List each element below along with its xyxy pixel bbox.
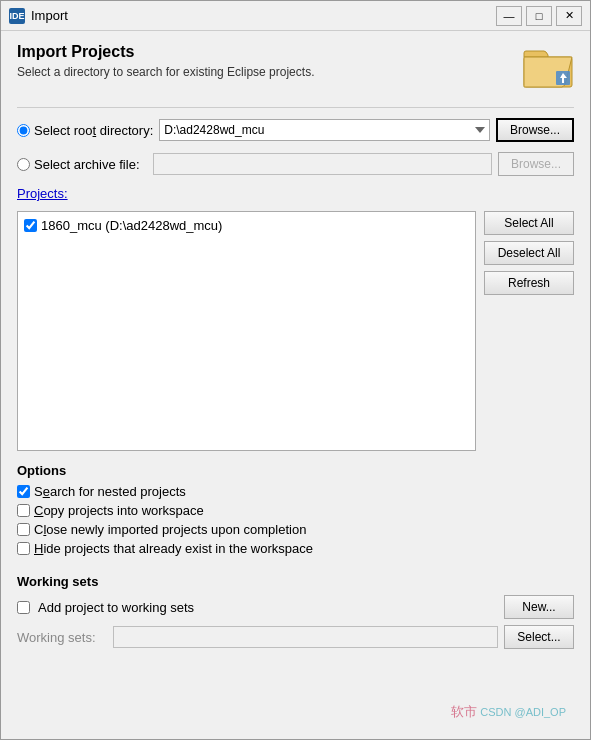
select-all-button[interactable]: Select All — [484, 211, 574, 235]
working-sets-label: Working sets: — [17, 630, 107, 645]
working-sets-label-row: Working sets: Select... — [17, 625, 574, 649]
refresh-button[interactable]: Refresh — [484, 271, 574, 295]
content-area: Import Projects Select a directory to se… — [1, 31, 590, 739]
option-nested-projects: Search for nested projects — [17, 484, 574, 499]
archive-browse-button[interactable]: Browse... — [498, 152, 574, 176]
close-projects-checkbox[interactable] — [17, 523, 30, 536]
header-section: Import Projects Select a directory to se… — [17, 43, 574, 91]
option-hide-projects: Hide projects that already exist in the … — [17, 541, 574, 556]
header-left: Import Projects Select a directory to se… — [17, 43, 314, 79]
import-window: IDE Import — □ ✕ Import Projects Select … — [0, 0, 591, 740]
option-copy-projects: Copy projects into workspace — [17, 503, 574, 518]
projects-section-label: Projects: — [17, 186, 574, 201]
working-sets-section: Working sets Add project to working sets… — [17, 574, 574, 649]
working-sets-dropdown[interactable] — [113, 626, 498, 648]
window-title: Import — [31, 8, 496, 23]
title-bar: IDE Import — □ ✕ — [1, 1, 590, 31]
options-section: Options Search for nested projects Copy … — [17, 463, 574, 560]
footer: 软市 CSDN @ADI_OP — [17, 701, 574, 727]
watermark-text: 软市 CSDN @ADI_OP — [17, 701, 574, 723]
projects-area: 1860_mcu (D:\ad2428wd_mcu) Select All De… — [17, 211, 574, 451]
add-to-working-sets-row: Add project to working sets New... — [17, 595, 574, 619]
page-subtitle: Select a directory to search for existin… — [17, 65, 314, 79]
projects-list: 1860_mcu (D:\ad2428wd_mcu) — [17, 211, 476, 451]
add-to-working-sets-label: Add project to working sets — [38, 600, 194, 615]
root-dir-radio[interactable] — [17, 124, 30, 137]
project-checkbox[interactable] — [24, 219, 37, 232]
deselect-all-button[interactable]: Deselect All — [484, 241, 574, 265]
archive-file-dropdown[interactable] — [153, 153, 492, 175]
root-dir-dropdown[interactable]: D:\ad2428wd_mcu — [159, 119, 490, 141]
minimize-button[interactable]: — — [496, 6, 522, 26]
folder-icon — [522, 43, 574, 91]
working-sets-title: Working sets — [17, 574, 574, 589]
add-to-working-sets-checkbox[interactable] — [17, 601, 30, 614]
nested-projects-checkbox[interactable] — [17, 485, 30, 498]
projects-buttons: Select All Deselect All Refresh — [484, 211, 574, 451]
root-dir-label: Select root directory: — [34, 123, 153, 138]
ide-icon: IDE — [9, 8, 25, 24]
new-working-set-button[interactable]: New... — [504, 595, 574, 619]
archive-file-label: Select archive file: — [34, 157, 140, 172]
maximize-button[interactable]: □ — [526, 6, 552, 26]
copy-projects-label: Copy projects into workspace — [34, 503, 204, 518]
hide-projects-label: Hide projects that already exist in the … — [34, 541, 313, 556]
svg-rect-3 — [562, 78, 564, 83]
archive-file-radio[interactable] — [17, 158, 30, 171]
project-name: 1860_mcu (D:\ad2428wd_mcu) — [41, 218, 222, 233]
root-dir-radio-label[interactable]: Select root directory: — [17, 123, 153, 138]
option-close-projects: Close newly imported projects upon compl… — [17, 522, 574, 537]
root-dir-browse-button[interactable]: Browse... — [496, 118, 574, 142]
project-item: 1860_mcu (D:\ad2428wd_mcu) — [22, 216, 471, 235]
options-title: Options — [17, 463, 574, 478]
root-dir-row: Select root directory: D:\ad2428wd_mcu B… — [17, 118, 574, 142]
close-projects-label: Close newly imported projects upon compl… — [34, 522, 306, 537]
archive-file-radio-label[interactable]: Select archive file: — [17, 157, 147, 172]
close-button[interactable]: ✕ — [556, 6, 582, 26]
archive-file-row: Select archive file: Browse... — [17, 152, 574, 176]
select-working-sets-button[interactable]: Select... — [504, 625, 574, 649]
hide-projects-checkbox[interactable] — [17, 542, 30, 555]
window-controls: — □ ✕ — [496, 6, 582, 26]
copy-projects-checkbox[interactable] — [17, 504, 30, 517]
nested-projects-label: Search for nested projects — [34, 484, 186, 499]
page-title: Import Projects — [17, 43, 314, 61]
header-divider — [17, 107, 574, 108]
